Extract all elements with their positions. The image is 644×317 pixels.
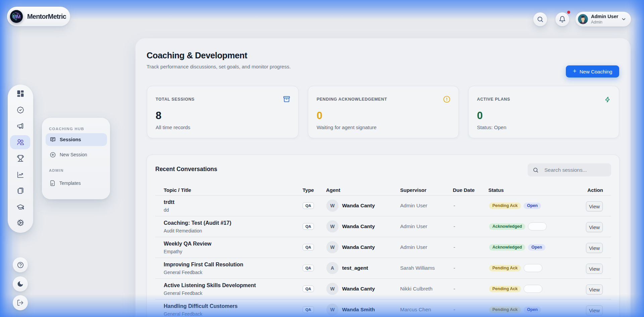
svg-text:MM: MM [13, 14, 20, 19]
